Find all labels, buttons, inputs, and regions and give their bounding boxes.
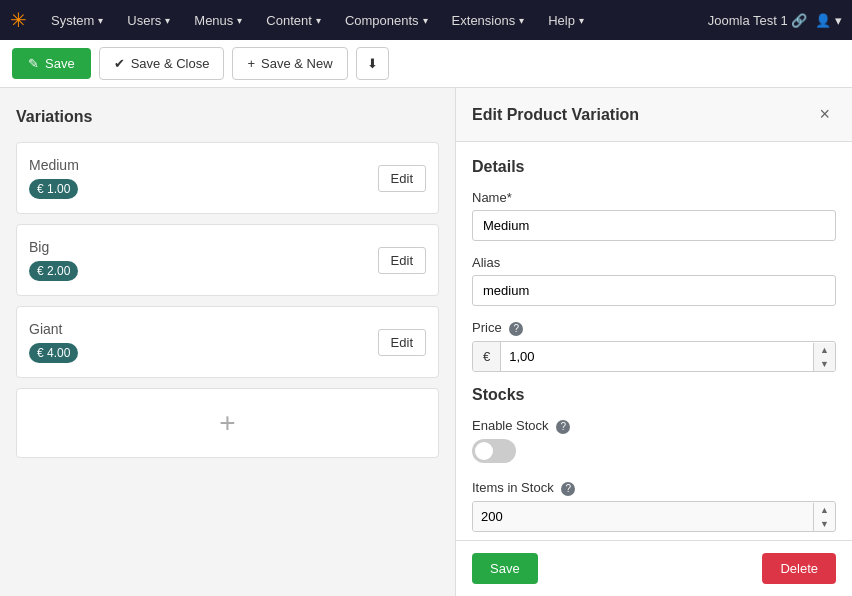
modal-body: Details Name* Alias Price ? € ▲ — [456, 142, 852, 540]
save-new-label: Save & New — [261, 56, 333, 71]
modal-title: Edit Product Variation — [472, 106, 639, 124]
nav-extensions-label: Extensions — [452, 13, 516, 28]
items-in-stock-down-button[interactable]: ▼ — [814, 517, 835, 531]
add-variation-card[interactable]: + — [16, 388, 439, 458]
nav-users[interactable]: Users ▾ — [117, 7, 180, 34]
save-close-icon: ✔ — [114, 56, 125, 71]
nav-users-label: Users — [127, 13, 161, 28]
price-input[interactable] — [501, 342, 813, 371]
alias-field-group: Alias — [472, 255, 836, 306]
nav-system-chevron: ▾ — [98, 15, 103, 26]
modal-close-button[interactable]: × — [813, 102, 836, 127]
modal-header: Edit Product Variation × — [456, 88, 852, 142]
items-in-stock-input-group: ▲ ▼ — [472, 501, 836, 532]
enable-stock-label: Enable Stock ? — [472, 418, 836, 434]
price-field-group: Price ? € ▲ ▼ — [472, 320, 836, 372]
details-section-title: Details — [472, 158, 836, 176]
save-label: Save — [45, 56, 75, 71]
price-label: Price ? — [472, 320, 836, 336]
items-in-stock-input[interactable] — [473, 502, 813, 531]
extra-button[interactable]: ⬇ — [356, 47, 389, 80]
nav-system[interactable]: System ▾ — [41, 7, 113, 34]
save-close-label: Save & Close — [131, 56, 210, 71]
alias-label: Alias — [472, 255, 836, 270]
toolbar: ✎ Save ✔ Save & Close + Save & New ⬇ — [0, 40, 852, 88]
main-content: Variations Medium € 1.00 Edit Big € 2.00… — [0, 88, 852, 596]
alias-input[interactable] — [472, 275, 836, 306]
variation-info-medium: Medium € 1.00 — [29, 157, 79, 199]
save-new-icon: + — [247, 56, 255, 71]
nav-right: Joomla Test 1 🔗 👤 ▾ — [708, 13, 842, 28]
enable-stock-help-icon[interactable]: ? — [556, 420, 570, 434]
edit-button-big[interactable]: Edit — [378, 247, 426, 274]
variation-price-medium: € 1.00 — [29, 179, 78, 199]
price-spinner: ▲ ▼ — [813, 343, 835, 371]
nav-system-label: System — [51, 13, 94, 28]
variation-card-giant: Giant € 4.00 Edit — [16, 306, 439, 378]
stocks-section: Stocks Enable Stock ? Items in Stock ? — [472, 386, 836, 540]
nav-components[interactable]: Components ▾ — [335, 7, 438, 34]
edit-button-giant[interactable]: Edit — [378, 329, 426, 356]
variation-name-big: Big — [29, 239, 78, 255]
variation-card-medium: Medium € 1.00 Edit — [16, 142, 439, 214]
items-in-stock-up-button[interactable]: ▲ — [814, 503, 835, 517]
price-currency: € — [473, 342, 501, 371]
items-in-stock-label: Items in Stock ? — [472, 480, 836, 496]
name-field-group: Name* — [472, 190, 836, 241]
variation-card-big: Big € 2.00 Edit — [16, 224, 439, 296]
nav-content[interactable]: Content ▾ — [256, 7, 331, 34]
user-icon[interactable]: 👤 ▾ — [815, 13, 842, 28]
nav-extensions-chevron: ▾ — [519, 15, 524, 26]
stocks-section-title: Stocks — [472, 386, 836, 404]
variation-name-medium: Medium — [29, 157, 79, 173]
site-name[interactable]: Joomla Test 1 🔗 — [708, 13, 808, 28]
save-close-button[interactable]: ✔ Save & Close — [99, 47, 225, 80]
save-icon: ✎ — [28, 56, 39, 71]
left-panel: Variations Medium € 1.00 Edit Big € 2.00… — [0, 88, 455, 596]
modal-save-button[interactable]: Save — [472, 553, 538, 584]
nav-content-chevron: ▾ — [316, 15, 321, 26]
nav-menus-chevron: ▾ — [237, 15, 242, 26]
nav-components-label: Components — [345, 13, 419, 28]
price-help-icon[interactable]: ? — [509, 322, 523, 336]
price-input-group: € ▲ ▼ — [472, 341, 836, 372]
variation-price-giant: € 4.00 — [29, 343, 78, 363]
nav-content-label: Content — [266, 13, 312, 28]
add-variation-icon: + — [219, 407, 235, 439]
items-in-stock-group: Items in Stock ? ▲ ▼ — [472, 480, 836, 532]
name-input[interactable] — [472, 210, 836, 241]
name-label: Name* — [472, 190, 836, 205]
variation-price-big: € 2.00 — [29, 261, 78, 281]
navbar: ✳ System ▾ Users ▾ Menus ▾ Content ▾ Com… — [0, 0, 852, 40]
edit-button-medium[interactable]: Edit — [378, 165, 426, 192]
nav-menus-label: Menus — [194, 13, 233, 28]
nav-users-chevron: ▾ — [165, 15, 170, 26]
extra-icon: ⬇ — [367, 56, 378, 71]
nav-help-label: Help — [548, 13, 575, 28]
nav-components-chevron: ▾ — [423, 15, 428, 26]
items-in-stock-help-icon[interactable]: ? — [561, 482, 575, 496]
save-new-button[interactable]: + Save & New — [232, 47, 347, 80]
items-in-stock-spinner: ▲ ▼ — [813, 503, 835, 531]
enable-stock-group: Enable Stock ? — [472, 418, 836, 466]
brand-icon: ✳ — [10, 8, 27, 32]
nav-help[interactable]: Help ▾ — [538, 7, 594, 34]
enable-stock-toggle[interactable] — [472, 439, 516, 463]
nav-help-chevron: ▾ — [579, 15, 584, 26]
variation-info-giant: Giant € 4.00 — [29, 321, 78, 363]
variation-name-giant: Giant — [29, 321, 78, 337]
nav-extensions[interactable]: Extensions ▾ — [442, 7, 535, 34]
save-button[interactable]: ✎ Save — [12, 48, 91, 79]
edit-modal: Edit Product Variation × Details Name* A… — [455, 88, 852, 596]
nav-menus[interactable]: Menus ▾ — [184, 7, 252, 34]
variation-info-big: Big € 2.00 — [29, 239, 78, 281]
modal-footer: Save Delete — [456, 540, 852, 596]
variations-title: Variations — [16, 108, 439, 126]
modal-delete-button[interactable]: Delete — [762, 553, 836, 584]
price-down-button[interactable]: ▼ — [814, 357, 835, 371]
price-up-button[interactable]: ▲ — [814, 343, 835, 357]
